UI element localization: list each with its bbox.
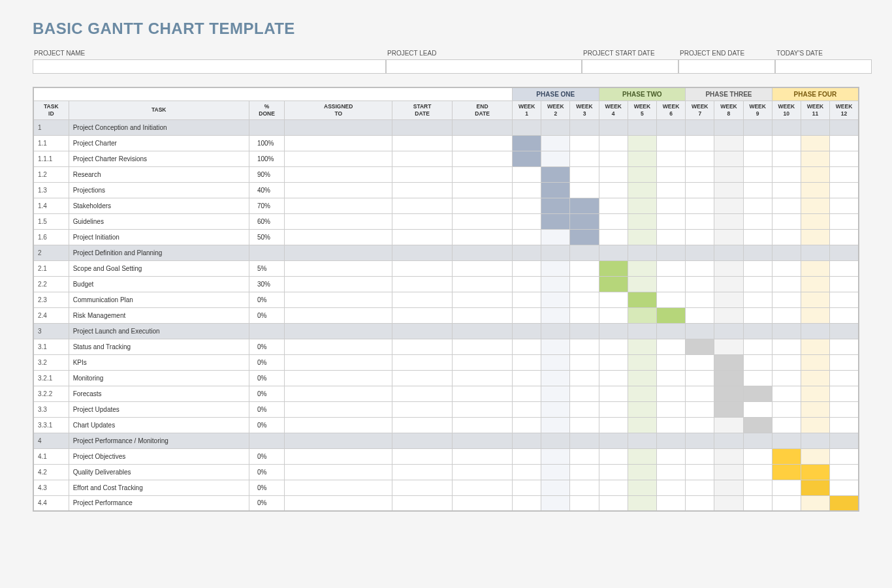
cell-startdate[interactable] xyxy=(392,354,453,370)
gantt-cell[interactable] xyxy=(513,276,541,292)
cell-startdate[interactable] xyxy=(392,260,453,276)
cell-startdate[interactable] xyxy=(392,495,453,511)
gantt-cell[interactable] xyxy=(513,448,541,464)
gantt-cell[interactable] xyxy=(686,354,714,370)
gantt-cell[interactable] xyxy=(830,260,859,276)
gantt-cell[interactable] xyxy=(686,213,714,229)
gantt-cell[interactable] xyxy=(513,433,541,448)
gantt-cell[interactable] xyxy=(628,370,656,386)
cell-pct-done[interactable] xyxy=(249,119,285,135)
cell-pct-done[interactable]: 0% xyxy=(249,386,285,401)
gantt-cell[interactable] xyxy=(714,245,743,260)
cell-taskid[interactable]: 1 xyxy=(33,119,69,135)
cell-enddate[interactable] xyxy=(453,276,513,292)
cell-pct-done[interactable]: 0% xyxy=(249,292,285,307)
gantt-cell[interactable] xyxy=(541,119,570,135)
cell-task[interactable]: Project Definition and Planning xyxy=(69,245,249,260)
gantt-cell[interactable] xyxy=(628,448,656,464)
gantt-cell[interactable] xyxy=(656,354,685,370)
gantt-cell[interactable] xyxy=(772,307,801,323)
gantt-cell[interactable] xyxy=(743,480,772,495)
gantt-cell[interactable] xyxy=(686,245,714,260)
gantt-cell[interactable] xyxy=(772,182,801,198)
gantt-cell[interactable] xyxy=(772,198,801,213)
gantt-cell[interactable] xyxy=(628,198,656,213)
gantt-cell[interactable] xyxy=(656,213,685,229)
cell-taskid[interactable]: 2.1 xyxy=(33,260,69,276)
cell-assigned[interactable] xyxy=(285,339,392,354)
gantt-cell[interactable] xyxy=(599,370,628,386)
gantt-cell[interactable] xyxy=(599,417,628,433)
gantt-cell[interactable] xyxy=(541,323,570,339)
gantt-cell[interactable] xyxy=(830,448,859,464)
gantt-cell[interactable] xyxy=(714,401,743,417)
gantt-cell[interactable] xyxy=(714,464,743,480)
gantt-cell[interactable] xyxy=(714,433,743,448)
gantt-cell[interactable] xyxy=(599,339,628,354)
gantt-cell[interactable] xyxy=(513,401,541,417)
gantt-cell[interactable] xyxy=(628,166,656,182)
cell-enddate[interactable] xyxy=(453,307,513,323)
gantt-cell[interactable] xyxy=(599,401,628,417)
gantt-cell[interactable] xyxy=(570,448,599,464)
cell-pct-done[interactable]: 90% xyxy=(249,166,285,182)
gantt-cell[interactable] xyxy=(714,260,743,276)
gantt-cell[interactable] xyxy=(772,276,801,292)
gantt-cell[interactable] xyxy=(570,354,599,370)
cell-startdate[interactable] xyxy=(392,198,453,213)
gantt-cell[interactable] xyxy=(513,245,541,260)
gantt-cell[interactable] xyxy=(628,276,656,292)
gantt-cell[interactable] xyxy=(599,260,628,276)
gantt-cell[interactable] xyxy=(743,245,772,260)
gantt-cell[interactable] xyxy=(686,119,714,135)
cell-enddate[interactable] xyxy=(453,166,513,182)
gantt-cell[interactable] xyxy=(541,495,570,511)
cell-pct-done[interactable]: 100% xyxy=(249,151,285,166)
gantt-cell[interactable] xyxy=(686,292,714,307)
gantt-cell[interactable] xyxy=(656,495,685,511)
gantt-cell[interactable] xyxy=(570,245,599,260)
cell-pct-done[interactable]: 0% xyxy=(249,339,285,354)
gantt-cell[interactable] xyxy=(570,260,599,276)
gantt-cell[interactable] xyxy=(599,464,628,480)
end-date-input[interactable] xyxy=(678,59,775,74)
gantt-cell[interactable] xyxy=(513,464,541,480)
cell-assigned[interactable] xyxy=(285,323,392,339)
gantt-cell[interactable] xyxy=(743,448,772,464)
gantt-cell[interactable] xyxy=(743,213,772,229)
cell-assigned[interactable] xyxy=(285,448,392,464)
gantt-cell[interactable] xyxy=(541,166,570,182)
cell-startdate[interactable] xyxy=(392,339,453,354)
gantt-cell[interactable] xyxy=(541,276,570,292)
gantt-cell[interactable] xyxy=(772,386,801,401)
gantt-cell[interactable] xyxy=(830,307,859,323)
gantt-cell[interactable] xyxy=(801,448,829,464)
cell-assigned[interactable] xyxy=(285,213,392,229)
cell-enddate[interactable] xyxy=(453,260,513,276)
gantt-cell[interactable] xyxy=(772,213,801,229)
gantt-cell[interactable] xyxy=(801,464,829,480)
cell-pct-done[interactable]: 0% xyxy=(249,480,285,495)
gantt-cell[interactable] xyxy=(772,166,801,182)
cell-startdate[interactable] xyxy=(392,229,453,245)
gantt-cell[interactable] xyxy=(541,198,570,213)
gantt-cell[interactable] xyxy=(541,151,570,166)
cell-taskid[interactable]: 3.3.1 xyxy=(33,417,69,433)
gantt-cell[interactable] xyxy=(570,229,599,245)
gantt-cell[interactable] xyxy=(599,433,628,448)
cell-enddate[interactable] xyxy=(453,386,513,401)
gantt-cell[interactable] xyxy=(628,260,656,276)
cell-startdate[interactable] xyxy=(392,386,453,401)
gantt-cell[interactable] xyxy=(686,480,714,495)
gantt-cell[interactable] xyxy=(772,245,801,260)
gantt-cell[interactable] xyxy=(801,386,829,401)
cell-pct-done[interactable]: 100% xyxy=(249,135,285,151)
cell-assigned[interactable] xyxy=(285,276,392,292)
cell-assigned[interactable] xyxy=(285,166,392,182)
gantt-cell[interactable] xyxy=(628,323,656,339)
cell-enddate[interactable] xyxy=(453,464,513,480)
cell-taskid[interactable]: 1.1.1 xyxy=(33,151,69,166)
cell-startdate[interactable] xyxy=(392,323,453,339)
cell-taskid[interactable]: 3 xyxy=(33,323,69,339)
gantt-cell[interactable] xyxy=(714,229,743,245)
